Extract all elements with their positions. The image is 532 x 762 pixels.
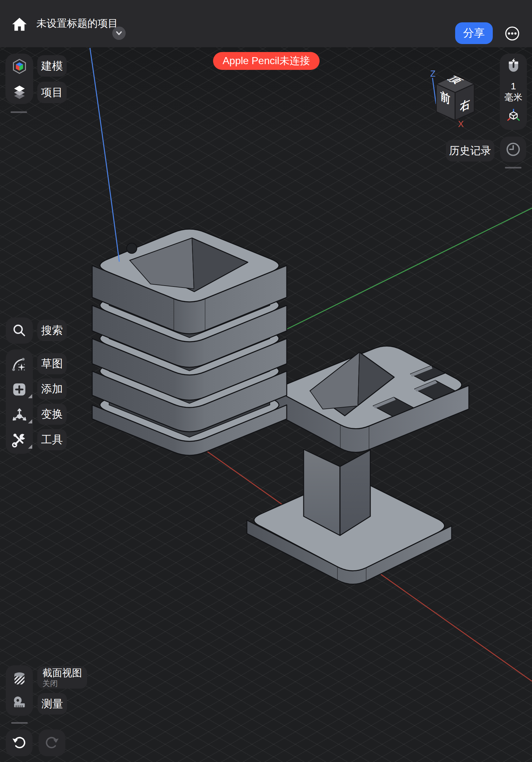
project-title[interactable]: 未设置标题的项目 xyxy=(36,0,118,47)
share-button[interactable]: 分享 xyxy=(455,22,493,44)
snap-toggle[interactable] xyxy=(505,58,522,75)
undo-button[interactable] xyxy=(6,729,33,756)
app-window: 顶 前 右 Z X 未设置标题的项目 分享 Apple Pencil未连接 xyxy=(0,0,532,762)
add-icon xyxy=(13,384,26,396)
title-menu-button[interactable] xyxy=(112,27,126,40)
tools-icon xyxy=(13,434,25,447)
redo-button[interactable] xyxy=(38,729,65,756)
section-view-icon xyxy=(14,672,24,684)
submenu-indicator xyxy=(28,394,32,398)
view-cube[interactable]: 顶 前 右 Z X xyxy=(430,69,474,129)
measure-icon xyxy=(14,697,25,708)
search-label[interactable]: 搜索 xyxy=(37,320,67,341)
transform-button[interactable] xyxy=(11,407,28,423)
tab-projects[interactable] xyxy=(12,84,28,100)
tools-label[interactable]: 工具 xyxy=(37,429,67,450)
view-cube-z-axis xyxy=(432,78,436,104)
transform-icon xyxy=(13,409,26,420)
panel-handle xyxy=(505,167,521,169)
sketch-icon xyxy=(12,358,25,371)
tools-panel xyxy=(6,349,33,454)
undo-icon xyxy=(11,735,27,751)
grid-size-readout[interactable]: 1 毫米 xyxy=(500,80,527,103)
magnet-icon xyxy=(509,58,518,70)
add-label[interactable]: 添加 xyxy=(37,378,67,400)
orientation-button[interactable] xyxy=(506,108,521,122)
sketch-label[interactable]: 草图 xyxy=(37,353,67,374)
pencil-status-banner: Apple Pencil未连接 xyxy=(213,52,320,70)
panel-handle xyxy=(11,722,28,724)
transform-label[interactable]: 变换 xyxy=(37,404,67,425)
axis-orientation-icon xyxy=(507,109,519,120)
add-button[interactable] xyxy=(11,381,28,398)
more-options-button[interactable] xyxy=(505,26,519,41)
home-icon xyxy=(13,18,27,31)
tab-modeling-label[interactable]: 建模 xyxy=(37,55,67,77)
chevron-down-icon xyxy=(114,29,124,38)
search-icon xyxy=(12,323,28,339)
measure-button[interactable] xyxy=(12,695,28,711)
top-bar: 未设置标题的项目 分享 xyxy=(0,0,532,47)
history-button[interactable] xyxy=(500,137,526,162)
tab-modeling[interactable] xyxy=(12,58,28,74)
measure-label[interactable]: 测量 xyxy=(37,693,67,715)
grid-size-unit: 毫米 xyxy=(500,92,527,103)
clock-icon xyxy=(505,141,521,157)
section-view-status: 关闭 xyxy=(42,679,58,688)
submenu-indicator xyxy=(28,419,32,423)
x-axis-label: X xyxy=(458,119,464,129)
panel-handle xyxy=(11,112,27,113)
3d-viewport[interactable]: 顶 前 右 Z X xyxy=(0,0,532,762)
tools-button[interactable] xyxy=(11,432,28,448)
y-axis-line xyxy=(283,208,532,331)
section-view-button[interactable] xyxy=(12,670,28,686)
z-axis-label: Z xyxy=(430,69,436,79)
tab-projects-label[interactable]: 项目 xyxy=(37,82,67,103)
section-view-label[interactable]: 截面视图 关闭 xyxy=(37,666,87,689)
submenu-indicator xyxy=(28,444,32,449)
nav-panel xyxy=(5,54,33,104)
model-stack[interactable] xyxy=(92,229,287,455)
search-button[interactable] xyxy=(6,318,33,344)
sketch-button[interactable] xyxy=(11,356,28,373)
view-options-panel xyxy=(6,665,33,716)
redo-icon xyxy=(44,735,60,751)
z-axis-line xyxy=(90,48,119,262)
stack-notch xyxy=(127,243,137,253)
layers-icon xyxy=(14,86,25,99)
history-label[interactable]: 历史记录 xyxy=(446,140,495,162)
snap-panel: 1 毫米 xyxy=(500,54,527,130)
grid-size-value: 1 xyxy=(500,80,527,92)
section-view-title: 截面视图 xyxy=(42,667,82,679)
home-button[interactable] xyxy=(11,16,28,33)
